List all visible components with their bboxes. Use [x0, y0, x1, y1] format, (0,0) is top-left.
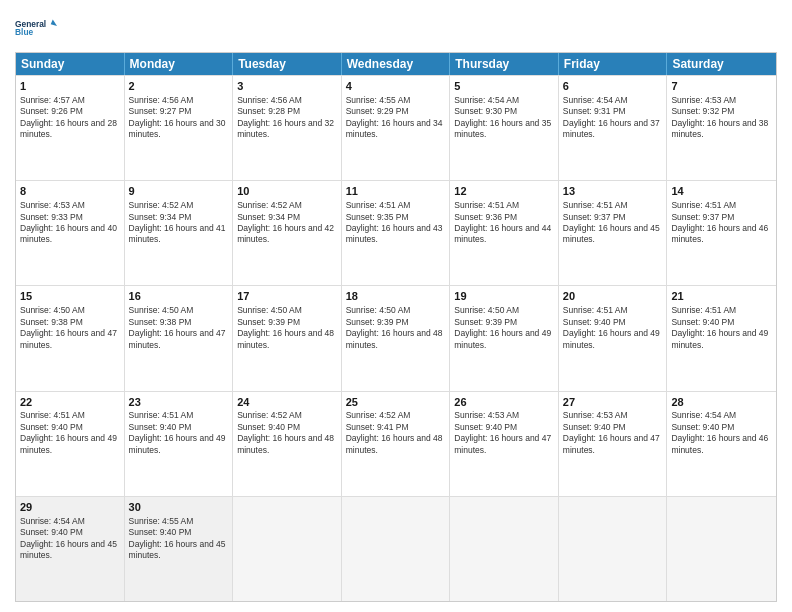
sunrise-text: Sunrise: 4:53 AM — [454, 410, 519, 420]
sunset-text: Sunset: 9:34 PM — [237, 212, 300, 222]
sunrise-text: Sunrise: 4:51 AM — [563, 305, 628, 315]
sunrise-text: Sunrise: 4:50 AM — [20, 305, 85, 315]
day-number: 10 — [237, 184, 337, 199]
logo-svg: General Blue — [15, 10, 57, 46]
sunrise-text: Sunrise: 4:53 AM — [671, 95, 736, 105]
sunrise-text: Sunrise: 4:52 AM — [237, 200, 302, 210]
day-cell-1: 1 Sunrise: 4:57 AM Sunset: 9:26 PM Dayli… — [16, 76, 125, 180]
daylight-text: Daylight: 16 hours and 48 minutes. — [237, 433, 334, 454]
daylight-text: Daylight: 16 hours and 47 minutes. — [129, 328, 226, 349]
day-number: 29 — [20, 500, 120, 515]
sunset-text: Sunset: 9:27 PM — [129, 106, 192, 116]
day-cell-3: 3 Sunrise: 4:56 AM Sunset: 9:28 PM Dayli… — [233, 76, 342, 180]
daylight-text: Daylight: 16 hours and 48 minutes. — [346, 328, 443, 349]
sunrise-text: Sunrise: 4:54 AM — [20, 516, 85, 526]
day-number: 11 — [346, 184, 446, 199]
sunset-text: Sunset: 9:40 PM — [671, 422, 734, 432]
sunset-text: Sunset: 9:39 PM — [346, 317, 409, 327]
day-number: 14 — [671, 184, 772, 199]
day-cell-5: 5 Sunrise: 4:54 AM Sunset: 9:30 PM Dayli… — [450, 76, 559, 180]
day-cell-14: 14 Sunrise: 4:51 AM Sunset: 9:37 PM Dayl… — [667, 181, 776, 285]
sunrise-text: Sunrise: 4:53 AM — [20, 200, 85, 210]
sunrise-text: Sunrise: 4:51 AM — [563, 200, 628, 210]
day-number: 12 — [454, 184, 554, 199]
day-number: 24 — [237, 395, 337, 410]
sunset-text: Sunset: 9:32 PM — [671, 106, 734, 116]
daylight-text: Daylight: 16 hours and 45 minutes. — [563, 223, 660, 244]
sunrise-text: Sunrise: 4:56 AM — [129, 95, 194, 105]
week-row-2: 8 Sunrise: 4:53 AM Sunset: 9:33 PM Dayli… — [16, 180, 776, 285]
sunset-text: Sunset: 9:37 PM — [671, 212, 734, 222]
sunset-text: Sunset: 9:40 PM — [563, 317, 626, 327]
logo: General Blue — [15, 10, 57, 46]
daylight-text: Daylight: 16 hours and 38 minutes. — [671, 118, 768, 139]
daylight-text: Daylight: 16 hours and 42 minutes. — [237, 223, 334, 244]
day-header-wednesday: Wednesday — [342, 53, 451, 75]
day-number: 2 — [129, 79, 229, 94]
sunset-text: Sunset: 9:40 PM — [20, 422, 83, 432]
sunset-text: Sunset: 9:39 PM — [237, 317, 300, 327]
day-header-saturday: Saturday — [667, 53, 776, 75]
sunset-text: Sunset: 9:41 PM — [346, 422, 409, 432]
sunset-text: Sunset: 9:26 PM — [20, 106, 83, 116]
empty-cell — [233, 497, 342, 601]
day-cell-12: 12 Sunrise: 4:51 AM Sunset: 9:36 PM Dayl… — [450, 181, 559, 285]
day-header-monday: Monday — [125, 53, 234, 75]
sunrise-text: Sunrise: 4:50 AM — [346, 305, 411, 315]
daylight-text: Daylight: 16 hours and 49 minutes. — [563, 328, 660, 349]
sunrise-text: Sunrise: 4:54 AM — [563, 95, 628, 105]
sunrise-text: Sunrise: 4:50 AM — [237, 305, 302, 315]
sunset-text: Sunset: 9:39 PM — [454, 317, 517, 327]
sunrise-text: Sunrise: 4:53 AM — [563, 410, 628, 420]
daylight-text: Daylight: 16 hours and 49 minutes. — [671, 328, 768, 349]
sunrise-text: Sunrise: 4:50 AM — [454, 305, 519, 315]
week-row-4: 22 Sunrise: 4:51 AM Sunset: 9:40 PM Dayl… — [16, 391, 776, 496]
day-cell-8: 8 Sunrise: 4:53 AM Sunset: 9:33 PM Dayli… — [16, 181, 125, 285]
sunrise-text: Sunrise: 4:52 AM — [129, 200, 194, 210]
day-cell-18: 18 Sunrise: 4:50 AM Sunset: 9:39 PM Dayl… — [342, 286, 451, 390]
day-number: 26 — [454, 395, 554, 410]
day-cell-4: 4 Sunrise: 4:55 AM Sunset: 9:29 PM Dayli… — [342, 76, 451, 180]
sunrise-text: Sunrise: 4:54 AM — [671, 410, 736, 420]
day-number: 15 — [20, 289, 120, 304]
day-header-friday: Friday — [559, 53, 668, 75]
day-number: 6 — [563, 79, 663, 94]
daylight-text: Daylight: 16 hours and 28 minutes. — [20, 118, 117, 139]
day-number: 22 — [20, 395, 120, 410]
daylight-text: Daylight: 16 hours and 49 minutes. — [454, 328, 551, 349]
day-cell-20: 20 Sunrise: 4:51 AM Sunset: 9:40 PM Dayl… — [559, 286, 668, 390]
day-cell-27: 27 Sunrise: 4:53 AM Sunset: 9:40 PM Dayl… — [559, 392, 668, 496]
day-cell-28: 28 Sunrise: 4:54 AM Sunset: 9:40 PM Dayl… — [667, 392, 776, 496]
day-cell-22: 22 Sunrise: 4:51 AM Sunset: 9:40 PM Dayl… — [16, 392, 125, 496]
sunset-text: Sunset: 9:37 PM — [563, 212, 626, 222]
day-number: 16 — [129, 289, 229, 304]
day-number: 17 — [237, 289, 337, 304]
empty-cell — [342, 497, 451, 601]
day-cell-23: 23 Sunrise: 4:51 AM Sunset: 9:40 PM Dayl… — [125, 392, 234, 496]
sunset-text: Sunset: 9:40 PM — [563, 422, 626, 432]
day-cell-7: 7 Sunrise: 4:53 AM Sunset: 9:32 PM Dayli… — [667, 76, 776, 180]
daylight-text: Daylight: 16 hours and 45 minutes. — [129, 539, 226, 560]
daylight-text: Daylight: 16 hours and 48 minutes. — [346, 433, 443, 454]
day-number: 28 — [671, 395, 772, 410]
sunset-text: Sunset: 9:40 PM — [671, 317, 734, 327]
day-cell-19: 19 Sunrise: 4:50 AM Sunset: 9:39 PM Dayl… — [450, 286, 559, 390]
sunrise-text: Sunrise: 4:51 AM — [671, 305, 736, 315]
day-number: 8 — [20, 184, 120, 199]
sunrise-text: Sunrise: 4:52 AM — [237, 410, 302, 420]
sunrise-text: Sunrise: 4:55 AM — [346, 95, 411, 105]
sunrise-text: Sunrise: 4:51 AM — [454, 200, 519, 210]
day-cell-10: 10 Sunrise: 4:52 AM Sunset: 9:34 PM Dayl… — [233, 181, 342, 285]
day-number: 13 — [563, 184, 663, 199]
day-cell-25: 25 Sunrise: 4:52 AM Sunset: 9:41 PM Dayl… — [342, 392, 451, 496]
sunset-text: Sunset: 9:36 PM — [454, 212, 517, 222]
day-header-tuesday: Tuesday — [233, 53, 342, 75]
day-number: 30 — [129, 500, 229, 515]
sunset-text: Sunset: 9:34 PM — [129, 212, 192, 222]
daylight-text: Daylight: 16 hours and 48 minutes. — [237, 328, 334, 349]
day-cell-21: 21 Sunrise: 4:51 AM Sunset: 9:40 PM Dayl… — [667, 286, 776, 390]
empty-cell — [450, 497, 559, 601]
daylight-text: Daylight: 16 hours and 41 minutes. — [129, 223, 226, 244]
sunset-text: Sunset: 9:40 PM — [20, 527, 83, 537]
daylight-text: Daylight: 16 hours and 47 minutes. — [454, 433, 551, 454]
